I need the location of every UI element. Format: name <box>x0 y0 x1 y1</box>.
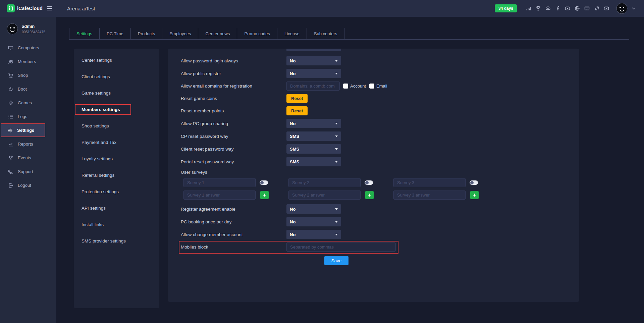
menu-item-install-links[interactable]: Install links <box>74 216 159 233</box>
survey-1-input[interactable] <box>183 178 256 187</box>
sidebar-user-block[interactable]: admin 005193482475 <box>0 17 56 39</box>
form-row-reset-member-points: Reset member points Reset <box>181 106 579 115</box>
select-value: No <box>290 58 296 63</box>
survey-2-answer-input[interactable] <box>288 191 361 200</box>
payment-card-icon[interactable] <box>584 6 590 11</box>
user-name: admin <box>22 24 45 29</box>
survey-3-input[interactable] <box>393 178 466 187</box>
sidebar-item-games[interactable]: Games <box>0 96 56 110</box>
stats-icon[interactable] <box>526 6 531 11</box>
sidebar-item-shop[interactable]: Shop <box>0 68 56 82</box>
form-row-email-domains: Allow email domains for registration Acc… <box>181 82 579 91</box>
pc-group-sharing-select[interactable]: No <box>286 119 341 128</box>
sidebar-item-label: Reports <box>18 142 33 147</box>
chevron-down-icon <box>335 123 338 124</box>
tab-pc-time[interactable]: PC Time <box>100 28 131 39</box>
portal-reset-password-select[interactable]: SMS <box>286 157 341 166</box>
sidebar-item-support[interactable]: Support <box>0 165 56 178</box>
license-days-badge[interactable]: 34 days <box>495 4 517 12</box>
menu-item-shop-settings[interactable]: Shop settings <box>74 118 159 134</box>
settings-content: Center settings Client settings Game set… <box>69 49 629 308</box>
reset-member-points-button[interactable]: Reset <box>286 106 308 115</box>
sidebar-item-settings[interactable]: Settings <box>1 124 45 137</box>
sidebar-item-logs[interactable]: Logs <box>0 110 56 123</box>
tab-center-news[interactable]: Center news <box>198 28 237 39</box>
pc-booking-select[interactable]: No <box>286 217 341 226</box>
tab-label: Center news <box>205 31 230 36</box>
mail-icon[interactable] <box>604 6 609 11</box>
menu-item-members-settings[interactable]: Members settings <box>74 101 159 118</box>
menu-item-loyalty-settings[interactable]: Loyalty settings <box>74 151 159 167</box>
menu-item-center-settings[interactable]: Center settings <box>74 52 159 68</box>
survey-3-add-button[interactable]: + <box>470 191 479 199</box>
support-phone-icon <box>8 169 13 174</box>
cp-reset-password-select[interactable]: SMS <box>286 131 341 141</box>
sidebar-item-logout[interactable]: Logout <box>0 178 56 192</box>
form-row-user-surveys: User surveys <box>181 170 579 175</box>
change-member-account-select[interactable]: No <box>286 230 341 239</box>
email-domains-input[interactable] <box>286 82 340 91</box>
tab-settings[interactable]: Settings <box>69 28 100 39</box>
survey-3-toggle[interactable] <box>470 180 478 185</box>
form-row-portal-reset-password: Portal reset password way SMS <box>181 157 579 166</box>
menu-item-label: Protection settings <box>82 189 119 194</box>
youtube-icon[interactable] <box>565 6 570 11</box>
globe-icon[interactable] <box>575 6 580 11</box>
trophy-icon[interactable] <box>536 6 541 11</box>
field-label: Register agreement enable <box>181 207 286 212</box>
user-avatar[interactable] <box>616 3 628 14</box>
menu-item-api-settings[interactable]: API settings <box>74 200 159 216</box>
survey-2-toggle[interactable] <box>365 180 373 185</box>
topbar-brand-area: iCafeCloud <box>0 4 56 12</box>
survey-2-add-button[interactable]: + <box>365 191 374 199</box>
mobiles-block-input[interactable] <box>286 243 396 252</box>
sidebar-item-boot[interactable]: Boot <box>0 82 56 96</box>
topbar: iCafeCloud Arena aiTest 34 days <box>0 0 644 17</box>
menu-item-referral-settings[interactable]: Referral settings <box>74 167 159 183</box>
menu-item-client-settings[interactable]: Client settings <box>74 68 159 85</box>
facebook-icon[interactable] <box>555 6 560 11</box>
sidebar-item-label: Games <box>18 100 32 105</box>
sidebar-item-events[interactable]: Events <box>0 151 56 165</box>
brand[interactable]: iCafeCloud <box>7 4 43 12</box>
tab-products[interactable]: Products <box>131 28 162 39</box>
client-reset-password-select[interactable]: SMS <box>286 144 341 154</box>
menu-item-game-settings[interactable]: Game settings <box>74 85 159 101</box>
password-login-select[interactable]: No <box>286 56 341 65</box>
tab-employees[interactable]: Employees <box>162 28 198 39</box>
survey-2-input[interactable] <box>288 178 361 187</box>
email-checkbox[interactable] <box>369 84 374 89</box>
discord-icon[interactable] <box>545 6 551 11</box>
form-row-reset-game-coins: Reset game coins Reset <box>181 94 579 103</box>
new-member-offer-select[interactable]: 0 coin <box>286 49 341 51</box>
register-agreement-select[interactable]: No <box>286 204 341 214</box>
tab-sub-centers[interactable]: Sub centers <box>307 28 344 39</box>
reset-game-coins-button[interactable]: Reset <box>286 94 308 103</box>
survey-3-answer-input[interactable] <box>393 191 466 200</box>
chevron-down-icon[interactable] <box>632 7 635 9</box>
sidebar-item-reports[interactable]: Reports <box>0 137 56 151</box>
survey-1-toggle[interactable] <box>260 180 268 185</box>
logs-list-icon <box>8 114 13 119</box>
tab-promo-codes[interactable]: Promo codes <box>237 28 277 39</box>
menu-item-protection-settings[interactable]: Protection settings <box>74 183 159 200</box>
menu-item-sms-provider-settings[interactable]: SMS provider settings <box>74 233 159 249</box>
hamburger-icon <box>47 6 53 11</box>
tab-license[interactable]: License <box>277 28 307 39</box>
computers-icon <box>8 45 13 51</box>
account-checkbox-label: Account <box>350 84 366 89</box>
survey-1-answer-input[interactable] <box>183 191 256 200</box>
menu-item-label: Client settings <box>82 74 110 79</box>
public-register-select[interactable]: No <box>286 69 341 78</box>
field-label: Allow email domains for registration <box>181 84 286 89</box>
reviews-icon[interactable] <box>594 6 599 11</box>
menu-toggle-button[interactable] <box>47 6 53 11</box>
sidebar-item-members[interactable]: Members <box>0 55 56 68</box>
survey-1-add-button[interactable]: + <box>260 191 269 199</box>
chevron-down-icon <box>335 60 338 62</box>
sidebar-item-computers[interactable]: Computers <box>0 41 56 55</box>
form-row-clipped: New member offer 0 coin <box>181 49 579 51</box>
save-button[interactable]: Save <box>324 256 348 265</box>
account-checkbox[interactable] <box>343 84 348 89</box>
menu-item-payment-and-tax[interactable]: Payment and Tax <box>74 134 159 151</box>
